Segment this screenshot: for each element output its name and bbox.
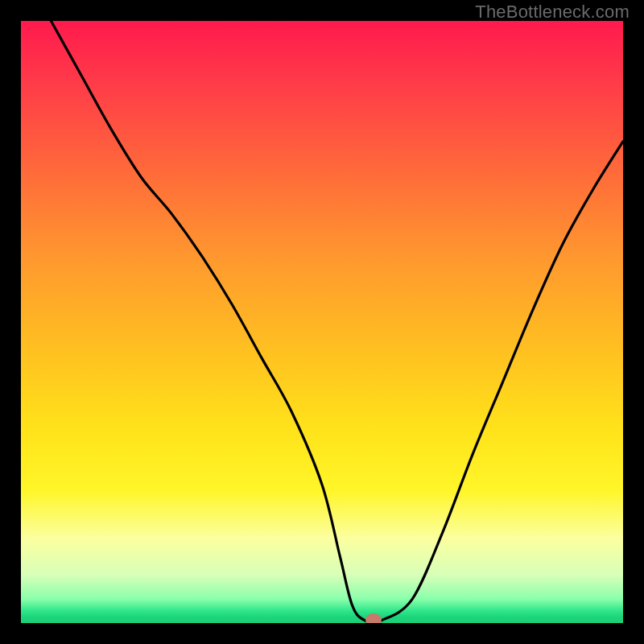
optimum-marker <box>365 613 382 623</box>
bottleneck-curve <box>21 21 623 623</box>
chart-frame: TheBottleneck.com <box>0 0 644 644</box>
plot-area <box>21 21 623 623</box>
watermark-text: TheBottleneck.com <box>475 2 630 23</box>
